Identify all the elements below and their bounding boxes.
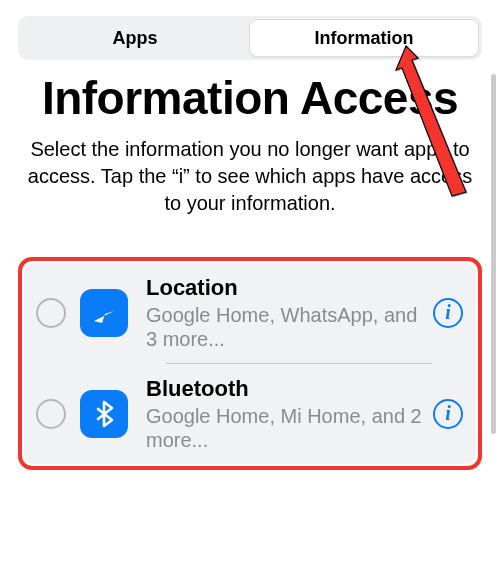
segmented-control[interactable]: Apps Information — [18, 16, 482, 60]
tab-information[interactable]: Information — [249, 19, 479, 57]
annotation-highlight: Location Google Home, WhatsApp, and 3 mo… — [18, 257, 482, 470]
radio-unchecked[interactable] — [36, 298, 66, 328]
tab-information-label: Information — [315, 28, 414, 49]
page-subtitle: Select the information you no longer wan… — [24, 136, 476, 217]
item-subtitle: Google Home, WhatsApp, and 3 more... — [146, 303, 424, 351]
scrollbar[interactable] — [491, 74, 496, 434]
item-subtitle: Google Home, Mi Home, and 2 more... — [146, 404, 424, 452]
tab-apps[interactable]: Apps — [21, 19, 249, 57]
info-icon: i — [433, 399, 463, 429]
tab-apps-label: Apps — [113, 28, 158, 49]
info-button[interactable]: i — [432, 398, 464, 430]
location-icon — [80, 289, 128, 337]
bluetooth-icon — [80, 390, 128, 438]
page-title: Information Access — [20, 74, 480, 122]
item-title: Bluetooth — [146, 376, 424, 402]
info-icon: i — [433, 298, 463, 328]
info-button[interactable]: i — [432, 297, 464, 329]
list-item-text: Bluetooth Google Home, Mi Home, and 2 mo… — [146, 376, 424, 452]
item-title: Location — [146, 275, 424, 301]
list-item-bluetooth[interactable]: Bluetooth Google Home, Mi Home, and 2 mo… — [24, 364, 476, 464]
list-item-text: Location Google Home, WhatsApp, and 3 mo… — [146, 275, 424, 351]
radio-unchecked[interactable] — [36, 399, 66, 429]
list-item-location[interactable]: Location Google Home, WhatsApp, and 3 mo… — [24, 263, 476, 363]
info-access-list: Location Google Home, WhatsApp, and 3 mo… — [24, 263, 476, 464]
